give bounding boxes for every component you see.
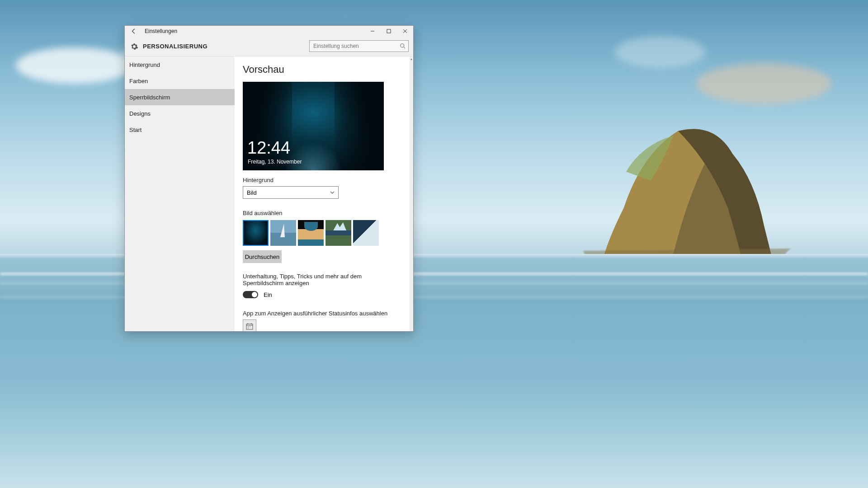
fun-facts-label: Unterhaltung, Tipps, Tricks und mehr auf… [243,273,387,286]
back-arrow-icon [131,28,137,34]
sidebar-item-label: Start [129,127,142,133]
window-title: Einstellungen [145,28,177,34]
cloud-decoration [16,47,133,84]
svg-rect-1 [387,29,391,33]
section-title: PERSONALISIERUNG [143,43,208,50]
close-button[interactable] [397,26,413,37]
browse-button[interactable]: Durchsuchen [243,250,282,263]
settings-window: Einstellungen PERSONALISIERUNG [124,25,414,332]
thumbnail-2[interactable] [270,220,296,246]
preview-date: Freitag, 13. November [248,159,302,165]
dropdown-value: Bild [247,189,257,196]
cloud-decoration [696,63,832,104]
thumbnail-3[interactable] [298,220,324,246]
thumbnail-1[interactable] [243,220,269,246]
toggle-state-label: Ein [264,291,272,298]
sidebar-item-sperrbildschirm[interactable]: Sperrbildschirm [125,89,235,105]
sidebar-item-farben[interactable]: Farben [125,73,235,89]
lockscreen-preview: 12:44 Freitag, 13. November [243,82,384,170]
sidebar: Hintergrund Farben Sperrbildschirm Desig… [125,56,235,331]
gear-icon [130,42,138,51]
background-label: Hintergrund [243,177,401,183]
titlebar: Einstellungen [125,26,413,37]
detailed-status-app-tile[interactable] [243,319,256,331]
scrollbar[interactable]: ▴ [410,56,413,331]
sidebar-item-label: Farben [129,78,148,84]
sidebar-item-label: Sperrbildschirm [129,94,170,101]
minimize-button[interactable] [364,26,381,37]
detailed-status-app-label: App zum Anzeigen ausführlicher Statusinf… [243,310,401,317]
cloud-decoration [615,36,705,68]
maximize-icon [387,29,391,33]
thumbnail-4[interactable] [326,220,351,246]
content-area: Vorschau 12:44 Freitag, 13. November Hin… [235,56,410,331]
fun-facts-toggle[interactable] [243,291,258,298]
search-input[interactable] [309,40,409,52]
close-icon [403,29,407,33]
chevron-down-icon [330,190,335,195]
preview-time: 12:44 [247,138,290,158]
choose-image-label: Bild auswählen [243,210,401,216]
background-dropdown[interactable]: Bild [243,186,339,199]
sidebar-item-label: Hintergrund [129,61,160,68]
back-button[interactable] [125,26,143,37]
calendar-icon [246,323,253,330]
thumbnail-5[interactable] [353,220,379,246]
sidebar-item-start[interactable]: Start [125,122,235,138]
maximize-button[interactable] [381,26,397,37]
scroll-up-arrow-icon[interactable]: ▴ [410,56,413,61]
sidebar-item-designs[interactable]: Designs [125,105,235,122]
minimize-icon [370,29,375,33]
thumbnail-row [243,220,401,246]
search-icon [400,43,406,49]
sidebar-item-label: Designs [129,110,151,117]
subheader: PERSONALISIERUNG [125,37,413,56]
preview-heading: Vorschau [243,64,401,75]
svg-point-2 [401,44,404,47]
sidebar-item-hintergrund[interactable]: Hintergrund [125,56,235,73]
